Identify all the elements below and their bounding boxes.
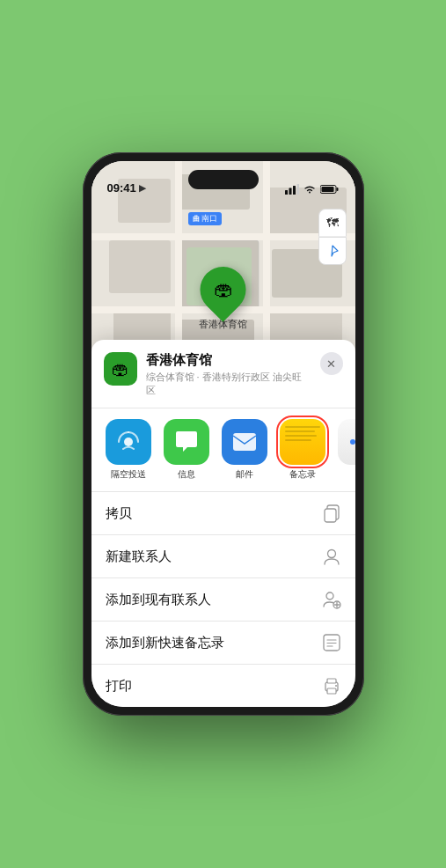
airdrop-label: 隔空投送 xyxy=(111,468,146,481)
bottom-sheet: 🏟 香港体育馆 综合体育馆 · 香港特别行政区 油尖旺区 ✕ xyxy=(91,340,355,707)
phone-frame: 09:41 ▶ xyxy=(83,152,364,716)
road-label: 曲 南口 xyxy=(188,212,222,225)
dot-1 xyxy=(350,439,355,445)
notes-line-2 xyxy=(285,430,315,432)
mail-label: 邮件 xyxy=(236,468,253,481)
map-type-button[interactable]: 🗺 xyxy=(318,209,347,237)
close-icon: ✕ xyxy=(326,357,336,371)
time-display: 09:41 xyxy=(107,181,136,195)
share-item-mail[interactable]: 邮件 xyxy=(220,419,269,481)
action-new-contact[interactable]: 新建联系人 xyxy=(91,535,355,578)
svg-point-27 xyxy=(326,592,333,600)
status-icons xyxy=(285,184,340,195)
svg-rect-3 xyxy=(296,184,299,195)
notes-line-3 xyxy=(285,435,317,437)
messages-symbol xyxy=(173,430,200,454)
svg-rect-23 xyxy=(233,433,256,451)
action-copy[interactable]: 拷贝 xyxy=(91,492,355,535)
svg-rect-1 xyxy=(289,188,291,195)
new-contact-label: 新建联系人 xyxy=(106,548,172,565)
print-label: 打印 xyxy=(106,678,132,695)
svg-point-38 xyxy=(335,685,337,687)
svg-rect-36 xyxy=(327,688,336,694)
status-time: 09:41 ▶ xyxy=(107,181,146,195)
mail-icon-wrapper xyxy=(222,419,267,465)
svg-point-22 xyxy=(124,438,133,446)
wifi-icon xyxy=(303,185,316,194)
more-dots xyxy=(350,439,355,445)
place-info: 香港体育馆 综合体育馆 · 香港特别行政区 油尖旺区 xyxy=(146,352,311,397)
svg-rect-5 xyxy=(336,188,338,191)
airdrop-symbol xyxy=(116,430,141,454)
share-item-notes[interactable]: 备忘录 xyxy=(278,419,327,481)
airdrop-icon xyxy=(106,419,151,465)
action-print[interactable]: 打印 xyxy=(91,665,355,707)
place-icon: 🏟 xyxy=(104,352,137,386)
location-pin: 🏟 香港体育馆 xyxy=(199,267,247,331)
location-arrow-icon xyxy=(326,245,339,257)
place-subtitle: 综合体育馆 · 香港特别行政区 油尖旺区 xyxy=(146,371,311,397)
svg-rect-2 xyxy=(293,186,296,195)
new-contact-icon xyxy=(322,547,341,566)
svg-point-26 xyxy=(327,550,335,558)
svg-rect-6 xyxy=(321,187,333,192)
share-item-airdrop[interactable]: 隔空投送 xyxy=(104,419,153,481)
svg-rect-25 xyxy=(325,509,336,522)
notes-icon-wrapper xyxy=(280,419,325,465)
road-name: 南口 xyxy=(201,213,217,224)
svg-rect-10 xyxy=(109,240,171,293)
copy-icon xyxy=(322,504,341,523)
action-quick-note[interactable]: 添加到新快速备忘录 xyxy=(91,622,355,665)
dynamic-island xyxy=(188,170,259,189)
add-contact-label: 添加到现有联系人 xyxy=(106,592,211,608)
svg-rect-37 xyxy=(327,679,336,683)
copy-label: 拷贝 xyxy=(106,505,132,522)
phone-screen: 09:41 ▶ xyxy=(91,161,355,707)
more-icon-wrapper xyxy=(338,419,355,465)
print-icon xyxy=(322,676,341,695)
place-name: 香港体育馆 xyxy=(146,352,311,369)
location-arrow-icon: ▶ xyxy=(139,183,146,193)
quick-note-label: 添加到新快速备忘录 xyxy=(106,635,224,651)
action-add-contact[interactable]: 添加到现有联系人 xyxy=(91,578,355,622)
mail-symbol xyxy=(231,431,258,452)
notes-line-4 xyxy=(285,439,311,441)
notes-line-1 xyxy=(285,426,320,428)
map-controls: 🗺 xyxy=(318,209,347,265)
battery-icon xyxy=(320,184,340,195)
place-header: 🏟 香港体育馆 综合体育馆 · 香港特别行政区 油尖旺区 ✕ xyxy=(91,352,355,408)
share-item-more[interactable]: 提 xyxy=(336,419,355,481)
close-button[interactable]: ✕ xyxy=(320,352,343,375)
messages-icon-wrapper xyxy=(164,419,209,465)
share-row: 隔空投送 信息 xyxy=(91,408,355,492)
notes-label: 备忘录 xyxy=(289,468,316,481)
location-button[interactable] xyxy=(318,237,347,265)
pin-marker: 🏟 xyxy=(191,257,256,322)
add-contact-icon xyxy=(322,590,341,609)
svg-rect-0 xyxy=(285,190,288,195)
action-list: 拷贝 新建联系人 添加到现有联系人 xyxy=(91,492,355,707)
notes-lines xyxy=(280,419,325,445)
map-type-icon: 🗺 xyxy=(326,216,339,230)
place-emoji: 🏟 xyxy=(112,359,129,379)
pin-emoji: 🏟 xyxy=(214,278,233,301)
messages-label: 信息 xyxy=(178,468,195,481)
signal-icon xyxy=(285,184,299,195)
share-item-messages[interactable]: 信息 xyxy=(162,419,211,481)
svg-rect-18 xyxy=(91,233,355,240)
quick-note-icon xyxy=(322,633,341,652)
